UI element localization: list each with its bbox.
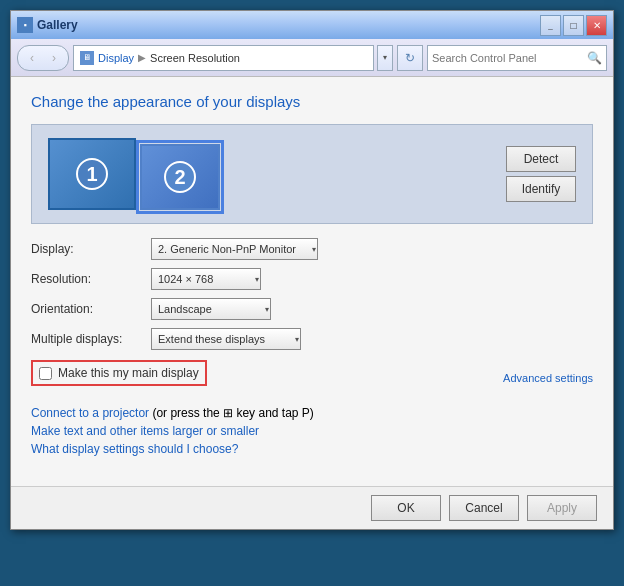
search-icon[interactable]: 🔍 [587, 51, 602, 65]
multiple-displays-dropdown[interactable]: Extend these displays [151, 328, 301, 350]
breadcrumb-display-icon: 🖥 [80, 51, 94, 65]
multiple-displays-label: Multiple displays: [31, 332, 151, 346]
monitor-2-number: 2 [164, 161, 196, 193]
titlebar-icon: ▪ [17, 17, 33, 33]
link-text-size-row: Make text and other items larger or smal… [31, 424, 593, 438]
display-dropdown-wrap: 2. Generic Non-PnP Monitor ▾ [151, 238, 318, 260]
display-row: Display: 2. Generic Non-PnP Monitor ▾ [31, 238, 593, 260]
orientation-label: Orientation: [31, 302, 151, 316]
breadcrumb-current: Screen Resolution [150, 52, 240, 64]
resolution-label: Resolution: [31, 272, 151, 286]
back-button[interactable]: ‹ [22, 48, 42, 68]
resolution-dropdown-wrap: 1024 × 768 ▾ [151, 268, 261, 290]
main-display-label: Make this my main display [58, 366, 199, 380]
multiple-displays-dropdown-wrap: Extend these displays ▾ [151, 328, 301, 350]
main-display-checkbox[interactable] [39, 367, 52, 380]
monitor-2[interactable]: 2 [140, 144, 220, 210]
monitor-1-number: 1 [76, 158, 108, 190]
resolution-control: 1024 × 768 ▾ [151, 268, 261, 290]
display-preview-area: 1 2 Detect Identify [31, 124, 593, 224]
breadcrumb: 🖥 Display ▶ Screen Resolution [73, 45, 374, 71]
orientation-dropdown[interactable]: Landscape [151, 298, 271, 320]
projector-suffix: (or press the ⊞ key and tap P) [152, 406, 313, 420]
link-projector-row: Connect to a projector (or press the ⊞ k… [31, 406, 593, 420]
display-label: Display: [31, 242, 151, 256]
display-dropdown[interactable]: 2. Generic Non-PnP Monitor [151, 238, 318, 260]
display-settings-link[interactable]: What display settings should I choose? [31, 442, 238, 456]
monitor-1[interactable]: 1 [48, 138, 136, 210]
detect-identify-buttons: Detect Identify [506, 146, 576, 202]
refresh-button[interactable]: ↻ [397, 45, 423, 71]
main-window: ▪ Gallery _ □ ✕ ‹ › 🖥 Display ▶ Screen R… [10, 10, 614, 530]
titlebar-title: Gallery [37, 18, 540, 32]
link-display-settings-row: What display settings should I choose? [31, 442, 593, 456]
settings-rows: Display: 2. Generic Non-PnP Monitor ▾ Re… [31, 238, 593, 350]
search-input[interactable] [432, 52, 583, 64]
minimize-button[interactable]: _ [540, 15, 561, 36]
multiple-displays-control: Extend these displays ▾ [151, 328, 301, 350]
orientation-row: Orientation: Landscape ▾ [31, 298, 593, 320]
checkbox-inner: Make this my main display [39, 366, 199, 380]
advanced-settings-link[interactable]: Advanced settings [503, 372, 593, 384]
titlebar-buttons: _ □ ✕ [540, 15, 607, 36]
breadcrumb-separator: ▶ [138, 52, 146, 63]
main-display-checkbox-row: Make this my main display [31, 360, 207, 386]
display-control: 2. Generic Non-PnP Monitor ▾ [151, 238, 318, 260]
breadcrumb-display-link[interactable]: Display [98, 52, 134, 64]
titlebar: ▪ Gallery _ □ ✕ [11, 11, 613, 39]
links-section: Connect to a projector (or press the ⊞ k… [31, 406, 593, 456]
connect-projector-link[interactable]: Connect to a projector [31, 406, 149, 420]
cancel-button[interactable]: Cancel [449, 495, 519, 521]
ok-button[interactable]: OK [371, 495, 441, 521]
content-area: Change the appearance of your displays 1… [11, 77, 613, 486]
identify-button[interactable]: Identify [506, 176, 576, 202]
navbar: ‹ › 🖥 Display ▶ Screen Resolution ▾ ↻ 🔍 [11, 39, 613, 77]
orientation-dropdown-wrap: Landscape ▾ [151, 298, 271, 320]
forward-button[interactable]: › [44, 48, 64, 68]
breadcrumb-dropdown-button[interactable]: ▾ [377, 45, 393, 71]
resolution-dropdown[interactable]: 1024 × 768 [151, 268, 261, 290]
monitors-container: 1 2 [48, 138, 220, 210]
detect-button[interactable]: Detect [506, 146, 576, 172]
resolution-row: Resolution: 1024 × 768 ▾ [31, 268, 593, 290]
bottom-bar: OK Cancel Apply [11, 486, 613, 529]
close-button[interactable]: ✕ [586, 15, 607, 36]
maximize-button[interactable]: □ [563, 15, 584, 36]
multiple-displays-row: Multiple displays: Extend these displays… [31, 328, 593, 350]
search-bar: 🔍 [427, 45, 607, 71]
text-size-link[interactable]: Make text and other items larger or smal… [31, 424, 259, 438]
orientation-control: Landscape ▾ [151, 298, 271, 320]
back-forward-buttons: ‹ › [17, 45, 69, 71]
apply-button[interactable]: Apply [527, 495, 597, 521]
page-title: Change the appearance of your displays [31, 93, 593, 110]
